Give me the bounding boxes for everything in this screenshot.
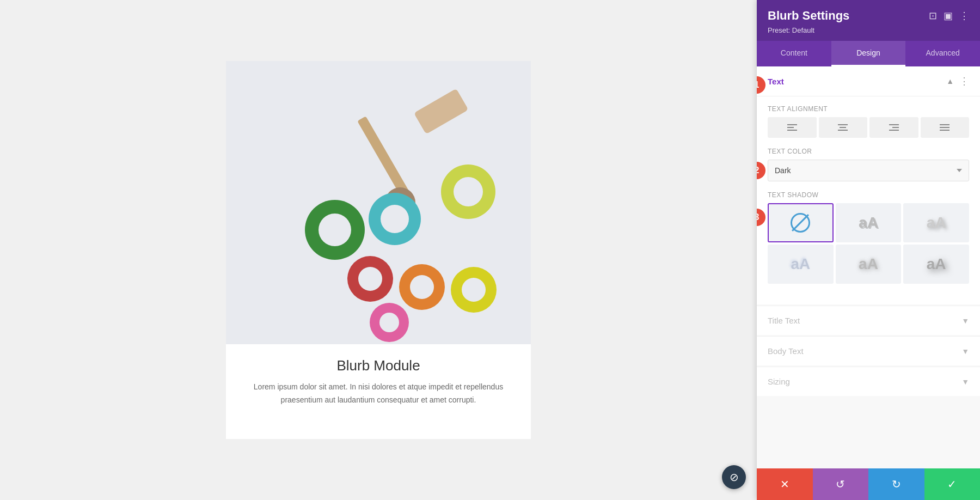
title-text-section-title: Title Text: [768, 316, 800, 325]
shadow-4-button[interactable]: aA: [836, 245, 902, 284]
align-right-icon: [889, 123, 899, 132]
shadow-1-button[interactable]: aA: [836, 203, 902, 242]
svg-point-8: [381, 205, 409, 233]
svg-point-18: [379, 313, 399, 332]
tab-content[interactable]: Content: [757, 41, 831, 66]
text-chevron-up-icon[interactable]: ▲: [946, 77, 954, 86]
blurb-title: Blurb Module: [237, 357, 520, 374]
svg-point-12: [358, 267, 382, 291]
align-right-button[interactable]: [869, 117, 918, 138]
save-icon: ✓: [947, 478, 957, 491]
body-text-chevron-icon: ▼: [961, 347, 969, 356]
text-alignment-label: Text Alignment: [768, 105, 969, 113]
shadow-2-preview: aA: [927, 214, 946, 231]
panel-header: Blurb Settings ⊡ ▣ ⋮ Preset: Default: [757, 0, 980, 41]
reset-button[interactable]: ↺: [813, 468, 869, 500]
cancel-button[interactable]: ✕: [757, 468, 813, 500]
shadow-4-preview: aA: [859, 255, 878, 273]
text-section: 1 Text ▲ ⋮ Text Alignment: [757, 66, 980, 304]
text-shadow-setting: Text Shadow 3 aA a: [768, 191, 969, 284]
align-left-icon: [787, 123, 797, 132]
panel-tabs: Content Design Advanced: [757, 41, 980, 66]
step-2-indicator: 2: [757, 162, 765, 179]
settings-panel: Blurb Settings ⊡ ▣ ⋮ Preset: Default Con…: [757, 0, 980, 500]
shadow-1-preview: aA: [859, 214, 878, 231]
blurb-image: [226, 61, 531, 344]
text-section-content: Text Alignment: [757, 96, 980, 304]
tab-advanced[interactable]: Advanced: [905, 41, 980, 66]
align-justify-button[interactable]: [921, 117, 970, 138]
step-3-indicator: 3: [757, 209, 765, 226]
align-center-icon: [838, 123, 848, 132]
svg-point-10: [454, 177, 483, 206]
panel-header-icons: ⊡ ▣ ⋮: [929, 10, 969, 22]
panel-footer: ✕ ↺ ↻ ✓: [757, 468, 980, 500]
copy-icon[interactable]: ⊡: [929, 10, 937, 22]
blurb-body: Lorem ipsum dolor sit amet. In nisi dolo…: [237, 381, 520, 423]
fab-icon: ⊘: [730, 471, 739, 484]
shadow-5-button[interactable]: aA: [903, 245, 969, 284]
title-text-chevron-icon: ▼: [961, 316, 969, 325]
blurb-module: Blurb Module Lorem ipsum dolor sit amet.…: [226, 61, 531, 440]
text-color-setting: Text Color 2 Dark Light Custom: [768, 148, 969, 181]
text-section-actions: ▲ ⋮: [946, 75, 969, 87]
no-shadow-icon: [791, 213, 810, 233]
main-content: Blurb Module Lorem ipsum dolor sit amet.…: [0, 0, 757, 500]
cancel-icon: ✕: [780, 478, 789, 491]
toy-scene-svg: [226, 61, 531, 344]
text-settings-section: Text ▲ ⋮ Text Alignment: [757, 66, 980, 304]
save-button[interactable]: ✓: [924, 468, 981, 500]
svg-point-6: [318, 214, 351, 246]
align-center-button[interactable]: [819, 117, 868, 138]
shadow-2-button[interactable]: aA: [903, 203, 969, 242]
shadow-3-preview: aA: [791, 255, 810, 273]
panel-title: Blurb Settings: [768, 9, 849, 23]
alignment-buttons: [768, 117, 969, 138]
redo-button[interactable]: ↻: [868, 468, 924, 500]
shadow-5-preview: aA: [927, 255, 946, 273]
text-shadow-label: Text Shadow: [768, 191, 969, 199]
step-3-container: 3 aA aA: [768, 203, 969, 284]
step-2-container: 2 Dark Light Custom: [768, 160, 969, 181]
text-section-header[interactable]: Text ▲ ⋮: [757, 66, 980, 96]
text-alignment-setting: Text Alignment: [768, 105, 969, 138]
tab-design[interactable]: Design: [831, 41, 906, 66]
body-text-section[interactable]: Body Text ▼: [757, 336, 980, 365]
title-text-section[interactable]: Title Text ▼: [757, 306, 980, 335]
text-section-title: Text: [768, 77, 784, 86]
layout-icon[interactable]: ▣: [944, 10, 953, 22]
text-color-select[interactable]: Dark Light Custom: [768, 160, 969, 181]
shadow-3-button[interactable]: aA: [768, 245, 834, 284]
svg-point-16: [462, 278, 486, 302]
text-color-label: Text Color: [768, 148, 969, 155]
text-section-menu-icon[interactable]: ⋮: [959, 75, 969, 87]
fab-button[interactable]: ⊘: [722, 465, 746, 489]
align-left-button[interactable]: [768, 117, 817, 138]
sizing-section[interactable]: Sizing ▼: [757, 367, 980, 396]
reset-icon: ↺: [836, 478, 845, 491]
sizing-chevron-icon: ▼: [961, 377, 969, 386]
svg-point-14: [410, 275, 434, 299]
more-icon[interactable]: ⋮: [959, 10, 969, 22]
body-text-section-title: Body Text: [768, 346, 804, 356]
redo-icon: ↻: [892, 478, 901, 491]
align-justify-icon: [940, 123, 950, 132]
panel-body: 1 Text ▲ ⋮ Text Alignment: [757, 66, 980, 468]
sizing-section-title: Sizing: [768, 377, 790, 386]
shadow-grid: aA aA aA aA: [768, 203, 969, 284]
panel-preset[interactable]: Preset: Default: [768, 26, 969, 34]
shadow-none-button[interactable]: [768, 203, 834, 242]
